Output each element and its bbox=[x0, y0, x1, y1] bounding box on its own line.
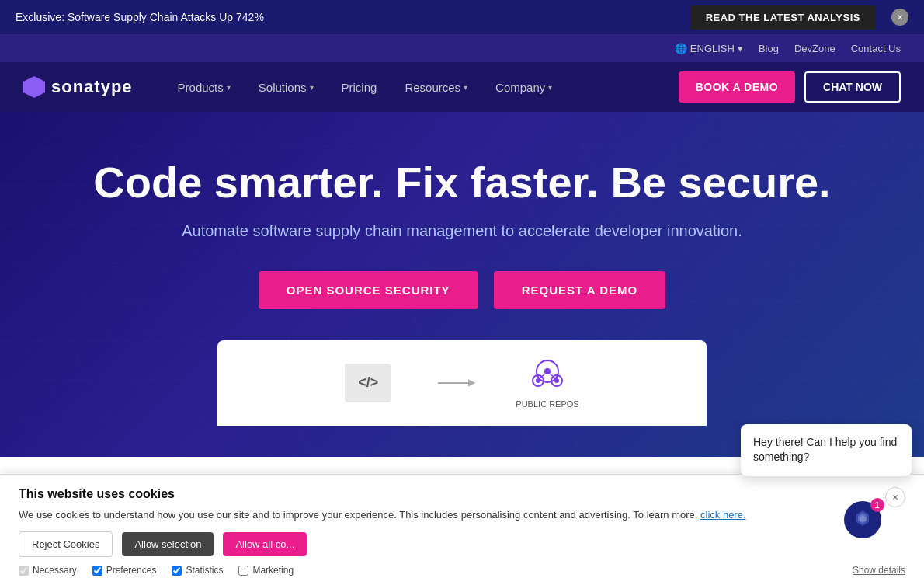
chat-widget: Hey there! Can I help you find something… bbox=[741, 424, 912, 476]
announcement-cta-button[interactable]: READ THE LATEST ANALYSIS bbox=[690, 5, 876, 30]
revain-widget[interactable]: 1 Revain bbox=[844, 501, 916, 538]
hero-subtitle: Automate software supply chain managemen… bbox=[0, 222, 924, 240]
cookie-learn-more-link[interactable]: click here. bbox=[700, 509, 746, 521]
nav-resources-label: Resources bbox=[405, 81, 460, 94]
reject-cookies-button[interactable]: Reject Cookies bbox=[19, 531, 113, 557]
cookie-actions: Reject Cookies Allow selection Allow all… bbox=[19, 531, 905, 557]
nav-resources[interactable]: Resources ▾ bbox=[391, 62, 481, 112]
secondary-nav: 🌐 ENGLISH ▾ Blog DevZone Contact Us bbox=[0, 34, 924, 62]
allow-selection-button[interactable]: Allow selection bbox=[122, 532, 214, 556]
allow-all-cookies-button[interactable]: Allow all co... bbox=[223, 532, 307, 556]
nav-pricing-label: Pricing bbox=[342, 81, 377, 94]
chat-now-button[interactable]: CHAT NOW bbox=[804, 71, 901, 103]
svg-point-17 bbox=[554, 378, 559, 383]
cookie-marketing-checkbox[interactable]: Marketing bbox=[238, 565, 294, 576]
revain-icon-container: 1 bbox=[844, 501, 881, 538]
logo-icon bbox=[23, 76, 45, 98]
nav-items: Products ▾ Solutions ▾ Pricing Resources… bbox=[164, 62, 679, 112]
nav-solutions-chevron: ▾ bbox=[310, 83, 314, 92]
nav-solutions[interactable]: Solutions ▾ bbox=[245, 62, 328, 112]
revain-notification-badge: 1 bbox=[870, 498, 884, 512]
announcement-close-button[interactable]: × bbox=[891, 9, 908, 26]
nav-products[interactable]: Products ▾ bbox=[164, 62, 245, 112]
main-nav: sonatype Products ▾ Solutions ▾ Pricing … bbox=[0, 62, 924, 112]
request-demo-button[interactable]: REQUEST A DEMO bbox=[494, 271, 666, 309]
svg-marker-9 bbox=[78, 308, 155, 401]
cookie-banner-description: We use cookies to understand how you use… bbox=[19, 507, 905, 523]
show-details-link[interactable]: Show details bbox=[853, 565, 905, 576]
book-demo-button[interactable]: BOOK A DEMO bbox=[679, 71, 795, 103]
hero-section: Code smarter. Fix faster. Be secure. Aut… bbox=[0, 112, 924, 457]
nav-pricing[interactable]: Pricing bbox=[328, 62, 391, 112]
hero-diagram: </> PUBLIC REPOS bbox=[217, 340, 707, 426]
chat-widget-text: Hey there! Can I help you find something… bbox=[753, 435, 899, 465]
revain-logo-icon bbox=[852, 509, 874, 531]
logo-text: sonatype bbox=[51, 77, 133, 97]
svg-marker-10 bbox=[738, 323, 815, 416]
revain-label: Revain bbox=[886, 514, 916, 525]
blog-link[interactable]: Blog bbox=[759, 43, 779, 54]
cookie-banner: × This website uses cookies We use cooki… bbox=[0, 474, 924, 586]
nav-solutions-label: Solutions bbox=[259, 81, 307, 94]
cookie-preferences-checkbox[interactable]: Preferences bbox=[92, 565, 157, 576]
language-label: ENGLISH bbox=[690, 43, 735, 54]
hero-buttons: OPEN SOURCE SECURITY REQUEST A DEMO bbox=[0, 271, 924, 309]
devzone-link[interactable]: DevZone bbox=[794, 43, 835, 54]
logo-link[interactable]: sonatype bbox=[23, 76, 133, 98]
repos-label: PUBLIC REPOS bbox=[516, 399, 578, 409]
globe-icon: 🌐 bbox=[675, 43, 687, 54]
nav-resources-chevron: ▾ bbox=[464, 83, 467, 92]
nav-buttons: BOOK A DEMO CHAT NOW bbox=[679, 71, 901, 103]
open-source-security-button[interactable]: OPEN SOURCE SECURITY bbox=[259, 271, 478, 309]
cookie-checkboxes: Necessary Preferences Statistics Marketi… bbox=[19, 565, 905, 576]
contact-link[interactable]: Contact Us bbox=[851, 43, 901, 54]
cookie-necessary-checkbox[interactable]: Necessary bbox=[19, 565, 77, 576]
diagram-repos: PUBLIC REPOS bbox=[516, 357, 578, 409]
nav-company-chevron: ▾ bbox=[548, 83, 552, 92]
code-icon: </> bbox=[345, 364, 391, 402]
announcement-text: Exclusive: Software Supply Chain Attacks… bbox=[16, 11, 264, 23]
announcement-bar: Exclusive: Software Supply Chain Attacks… bbox=[0, 0, 924, 34]
nav-products-label: Products bbox=[178, 81, 224, 94]
hero-title: Code smarter. Fix faster. Be secure. bbox=[0, 158, 924, 207]
repos-icon bbox=[528, 357, 567, 396]
diagram-arrow bbox=[438, 382, 469, 384]
svg-point-15 bbox=[544, 368, 551, 374]
chevron-down-icon: ▾ bbox=[738, 43, 743, 54]
nav-company[interactable]: Company ▾ bbox=[481, 62, 566, 112]
nav-company-label: Company bbox=[495, 81, 545, 94]
cookie-banner-title: This website uses cookies bbox=[19, 487, 905, 501]
language-selector[interactable]: 🌐 ENGLISH ▾ bbox=[675, 43, 743, 54]
svg-point-16 bbox=[536, 378, 540, 383]
cookie-statistics-checkbox[interactable]: Statistics bbox=[172, 565, 223, 576]
nav-products-chevron: ▾ bbox=[227, 83, 231, 92]
